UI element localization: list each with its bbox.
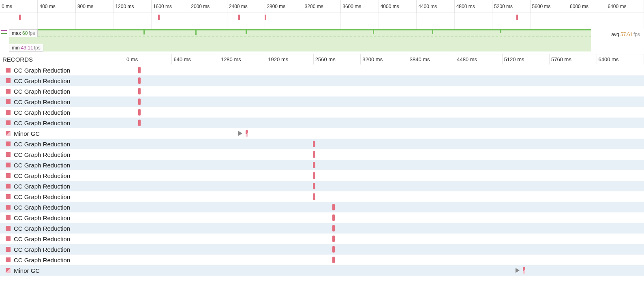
record-label-row[interactable]: CC Graph Reduction xyxy=(0,160,125,170)
record-label-row[interactable]: CC Graph Reduction xyxy=(0,244,125,255)
overview-tick: 4800 ms xyxy=(455,0,492,13)
record-label-row[interactable]: CC Graph Reduction xyxy=(0,181,125,191)
cc-swatch-icon xyxy=(6,78,11,83)
overview-tick: 800 ms xyxy=(76,0,113,13)
expand-caret-icon[interactable] xyxy=(516,268,520,273)
record-segment[interactable] xyxy=(332,225,335,231)
record-segment[interactable] xyxy=(138,99,141,105)
record-label-row[interactable]: CC Graph Reduction xyxy=(0,75,125,86)
overview-tick: 0 ms xyxy=(0,0,38,13)
record-segment[interactable] xyxy=(138,120,141,126)
overview-marker[interactable] xyxy=(265,15,266,20)
record-label-row[interactable]: CC Graph Reduction xyxy=(0,149,125,160)
overview-marker[interactable] xyxy=(19,15,21,20)
record-track-row[interactable] xyxy=(125,96,644,107)
record-label-row[interactable]: CC Graph Reduction xyxy=(0,202,125,212)
record-label-text: CC Graph Reduction xyxy=(14,151,70,158)
expand-caret-icon[interactable] xyxy=(238,131,242,136)
record-label-text: CC Graph Reduction xyxy=(14,236,70,242)
fps-avg-value: 57.61 xyxy=(620,32,633,37)
overview-marker[interactable] xyxy=(516,15,518,20)
record-segment[interactable] xyxy=(313,162,315,168)
record-label-row[interactable]: CC Graph Reduction xyxy=(0,139,125,149)
record-segment[interactable] xyxy=(313,172,315,179)
record-segment[interactable] xyxy=(138,77,141,84)
record-segment[interactable] xyxy=(313,141,315,147)
overview-tick: 1600 ms xyxy=(152,0,189,13)
record-label-row[interactable]: CC Graph Reduction xyxy=(0,65,125,75)
fps-graph[interactable] xyxy=(9,29,591,51)
record-segment[interactable] xyxy=(313,183,315,189)
overview-markers-strip[interactable] xyxy=(0,13,644,29)
record-segment[interactable] xyxy=(523,267,525,274)
record-segment[interactable] xyxy=(246,130,248,137)
record-segment[interactable] xyxy=(332,204,335,210)
record-track-row[interactable] xyxy=(125,128,644,139)
record-track-row[interactable] xyxy=(125,223,644,234)
record-segment[interactable] xyxy=(313,151,315,158)
record-label-text: CC Graph Reduction xyxy=(14,88,70,95)
record-track-row[interactable] xyxy=(125,149,644,160)
record-segment[interactable] xyxy=(332,257,335,263)
overview-tick: 4000 ms xyxy=(379,0,417,13)
record-segment[interactable] xyxy=(138,67,141,73)
record-label-row[interactable]: CC Graph Reduction xyxy=(0,212,125,223)
inner-tick: 5120 ms xyxy=(503,54,550,64)
gc-swatch-icon xyxy=(6,131,11,136)
record-track-row[interactable] xyxy=(125,160,644,170)
cc-swatch-icon xyxy=(6,247,11,252)
record-label-row[interactable]: Minor GC xyxy=(0,265,125,276)
record-segment[interactable] xyxy=(332,214,335,221)
record-track-row[interactable] xyxy=(125,244,644,255)
record-track-row[interactable] xyxy=(125,212,644,223)
record-label-text: CC Graph Reduction xyxy=(14,214,70,221)
gc-swatch-icon xyxy=(6,268,11,273)
record-track-row[interactable] xyxy=(125,202,644,212)
record-track-row[interactable] xyxy=(125,265,644,276)
record-label-row[interactable]: CC Graph Reduction xyxy=(0,255,125,265)
record-label-row[interactable]: CC Graph Reduction xyxy=(0,107,125,118)
record-track-row[interactable] xyxy=(125,191,644,202)
record-segment[interactable] xyxy=(138,88,141,94)
cc-swatch-icon xyxy=(6,120,11,125)
record-label-row[interactable]: CC Graph Reduction xyxy=(0,86,125,96)
overview-marker[interactable] xyxy=(158,15,160,20)
records-tracks[interactable] xyxy=(125,65,644,276)
record-segment[interactable] xyxy=(313,193,315,200)
record-label-row[interactable]: CC Graph Reduction xyxy=(0,96,125,107)
record-label-row[interactable]: CC Graph Reduction xyxy=(0,234,125,244)
overview-tick: 5600 ms xyxy=(531,0,568,13)
record-label-row[interactable]: CC Graph Reduction xyxy=(0,191,125,202)
record-track-row[interactable] xyxy=(125,118,644,128)
record-track-row[interactable] xyxy=(125,75,644,86)
record-track-row[interactable] xyxy=(125,255,644,265)
record-label-row[interactable]: Minor GC xyxy=(0,128,125,139)
record-track-row[interactable] xyxy=(125,170,644,181)
record-segment[interactable] xyxy=(332,236,335,242)
records-left-column: RECORDS CC Graph ReductionCC Graph Reduc… xyxy=(0,54,125,276)
fps-max-unit: fps xyxy=(28,30,35,36)
record-label-row[interactable]: CC Graph Reduction xyxy=(0,170,125,181)
record-track-row[interactable] xyxy=(125,234,644,244)
overview-tick: 2400 ms xyxy=(227,0,265,13)
overview-marker[interactable] xyxy=(238,15,240,20)
inner-tick: 6400 ms xyxy=(597,54,644,64)
record-segment[interactable] xyxy=(332,246,335,253)
record-label-text: CC Graph Reduction xyxy=(14,141,70,148)
records-panel: RECORDS CC Graph ReductionCC Graph Reduc… xyxy=(0,54,644,276)
record-track-row[interactable] xyxy=(125,181,644,191)
record-track-row[interactable] xyxy=(125,139,644,149)
cc-swatch-icon xyxy=(6,68,11,73)
record-track-row[interactable] xyxy=(125,107,644,118)
cc-swatch-icon xyxy=(6,173,11,178)
record-track-row[interactable] xyxy=(125,65,644,75)
record-segment[interactable] xyxy=(138,109,141,116)
overview-tick: 2000 ms xyxy=(189,0,227,13)
overview-timeline-header[interactable]: 0 ms400 ms800 ms1200 ms1600 ms2000 ms240… xyxy=(0,0,644,13)
record-track-row[interactable] xyxy=(125,86,644,96)
inner-timeline-header[interactable]: 0 ms640 ms1280 ms1920 ms2560 ms3200 ms38… xyxy=(125,54,644,65)
record-label-row[interactable]: CC Graph Reduction xyxy=(0,118,125,128)
record-label-row[interactable]: CC Graph Reduction xyxy=(0,223,125,234)
cc-swatch-icon xyxy=(6,215,11,220)
overview-tick: 4400 ms xyxy=(417,0,454,13)
